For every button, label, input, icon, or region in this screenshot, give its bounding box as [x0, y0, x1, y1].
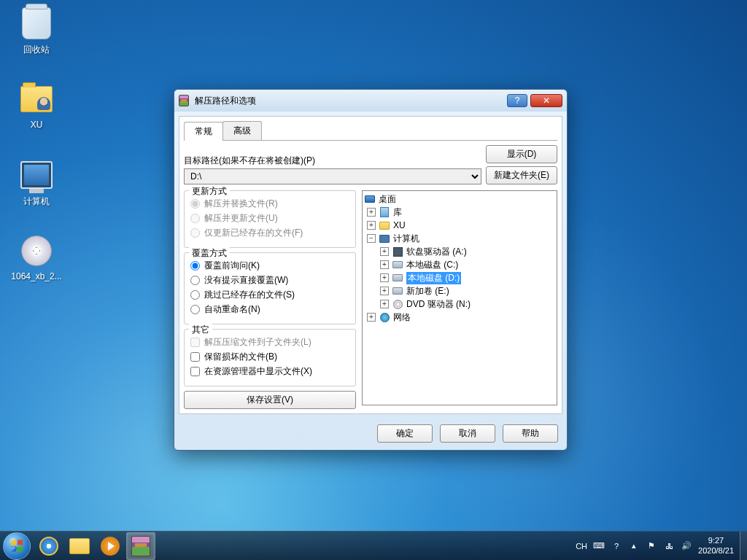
- titlebar[interactable]: 解压路径和选项 ? ✕: [174, 90, 567, 112]
- tab-general[interactable]: 常规: [184, 122, 223, 141]
- ime-options-icon[interactable]: ⌨: [593, 540, 605, 552]
- help-button[interactable]: ?: [507, 94, 527, 107]
- tree-node-library[interactable]: +库: [364, 206, 555, 219]
- new-folder-button[interactable]: 新建文件夹(E): [486, 166, 557, 184]
- radio-auto-rename[interactable]: 自动重命名(N): [190, 303, 349, 316]
- taskbar-winrar[interactable]: [126, 532, 155, 560]
- tree-node-desktop[interactable]: 桌面: [364, 192, 555, 206]
- radio-skip-existing[interactable]: 跳过已经存在的文件(S): [190, 289, 349, 301]
- tab-strip: 常规 高级: [184, 121, 557, 141]
- update-mode-group: 更新方式 解压并替换文件(R) 解压并更新文件(U) 仅更新已经存在的文件(F): [184, 190, 356, 248]
- tree-node-drive-e[interactable]: +新加卷 (E:): [364, 284, 555, 298]
- dvd-icon: [392, 298, 403, 310]
- computer-icon: [19, 158, 54, 192]
- expand-icon[interactable]: +: [367, 221, 376, 230]
- desktop-icon-recycle[interactable]: 回收站: [9, 6, 64, 56]
- group-title: 更新方式: [189, 185, 230, 198]
- save-settings-button[interactable]: 保存设置(V): [184, 391, 356, 409]
- taskbar: CH ⌨ ? ▴ ⚑ 🖧 🔊 9:27 2020/8/21: [0, 531, 747, 560]
- icon-label: 计算机: [9, 195, 64, 208]
- dialog-title: 解压路径和选项: [195, 95, 507, 107]
- taskbar-clock[interactable]: 9:27 2020/8/21: [698, 536, 734, 555]
- floppy-icon: [392, 246, 403, 257]
- dialog-body: 常规 高级 目标路径(如果不存在将被创建)(P) D:\ 显示(D) 新建文件夹…: [179, 116, 562, 414]
- check-keep-broken[interactable]: 保留损坏的文件(B): [190, 351, 349, 363]
- library-icon: [379, 206, 390, 218]
- network-icon: [379, 311, 390, 323]
- cancel-button[interactable]: 取消: [440, 424, 495, 443]
- expand-icon[interactable]: +: [380, 273, 389, 282]
- radio-update-existing[interactable]: 仅更新已经存在的文件(F): [190, 227, 349, 239]
- expand-icon[interactable]: +: [380, 260, 389, 269]
- tree-node-network[interactable]: +网络: [364, 311, 555, 324]
- expand-icon[interactable]: +: [367, 313, 376, 322]
- disc-icon: [19, 233, 54, 268]
- path-combobox[interactable]: D:\: [184, 168, 481, 184]
- overwrite-mode-group: 覆盖方式 覆盖前询问(K) 没有提示直接覆盖(W) 跳过已经存在的文件(S) 自…: [184, 252, 356, 324]
- icon-label: 1064_xb_2...: [9, 271, 64, 281]
- tree-node-dvd[interactable]: +DVD 驱动器 (N:): [364, 298, 555, 311]
- expand-icon[interactable]: +: [367, 208, 376, 217]
- expand-icon[interactable]: +: [380, 247, 389, 256]
- user-folder-icon: [19, 82, 54, 117]
- desktop-icon-computer[interactable]: 计算机: [9, 158, 64, 208]
- radio-extract-update[interactable]: 解压并更新文件(U): [190, 212, 349, 225]
- tree-node-drive-c[interactable]: +本地磁盘 (C:): [364, 258, 555, 271]
- winrar-icon: [179, 95, 190, 106]
- path-label: 目标路径(如果不存在将被创建)(P): [184, 155, 481, 167]
- tray-chevron-icon[interactable]: ▴: [628, 540, 640, 552]
- network-icon[interactable]: 🖧: [663, 540, 675, 552]
- folder-icon: [379, 219, 390, 231]
- tab-advanced[interactable]: 高级: [222, 121, 262, 140]
- extract-dialog: 解压路径和选项 ? ✕ 常规 高级 目标路径(如果不存在将被创建)(P) D:\…: [174, 89, 568, 451]
- system-tray: CH ⌨ ? ▴ ⚑ 🖧 🔊 9:27 2020/8/21: [570, 532, 740, 560]
- display-button[interactable]: 显示(D): [486, 145, 557, 163]
- collapse-icon[interactable]: −: [367, 234, 376, 243]
- volume-icon[interactable]: 🔊: [681, 540, 692, 552]
- explorer-icon: [69, 538, 90, 554]
- desktop-icon: [364, 193, 376, 205]
- icon-label: 回收站: [9, 44, 64, 56]
- computer-icon: [379, 233, 390, 244]
- close-button[interactable]: ✕: [530, 94, 562, 107]
- clock-date: 2020/8/21: [698, 546, 734, 556]
- show-desktop-button[interactable]: [740, 532, 747, 561]
- clock-time: 9:27: [698, 536, 734, 545]
- desktop-icon-iso[interactable]: 1064_xb_2...: [9, 233, 64, 281]
- tree-node-floppy[interactable]: +软盘驱动器 (A:): [364, 245, 555, 258]
- drive-icon: [392, 285, 403, 297]
- dialog-footer: 确定 取消 帮助: [174, 419, 567, 450]
- folder-tree[interactable]: 桌面 +库 +XU −计算机 +软盘驱动器 (A:) +本地磁盘 (C:) +本…: [362, 190, 557, 405]
- tree-node-computer[interactable]: −计算机: [364, 232, 555, 245]
- taskbar-ie[interactable]: [34, 532, 63, 560]
- misc-group: 其它 解压压缩文件到子文件夹(L) 保留损坏的文件(B) 在资源管理器中显示文件…: [184, 329, 356, 386]
- help-tray-icon[interactable]: ?: [611, 540, 622, 552]
- drive-icon: [392, 259, 403, 271]
- start-button[interactable]: [3, 532, 31, 560]
- ime-indicator[interactable]: CH: [576, 542, 587, 551]
- taskbar-explorer[interactable]: [65, 532, 94, 560]
- help-button[interactable]: 帮助: [503, 424, 558, 443]
- check-show-explorer[interactable]: 在资源管理器中显示文件(X): [190, 365, 349, 378]
- tree-node-xu[interactable]: +XU: [364, 219, 555, 232]
- recycle-bin-icon: [19, 6, 54, 41]
- desktop-icon-xu[interactable]: XU: [9, 82, 64, 130]
- expand-icon[interactable]: +: [380, 287, 389, 295]
- taskbar-wmp[interactable]: [96, 532, 125, 560]
- ok-button[interactable]: 确定: [377, 424, 433, 443]
- check-subfolder[interactable]: 解压压缩文件到子文件夹(L): [190, 336, 349, 349]
- winrar-icon: [131, 536, 150, 556]
- expand-icon[interactable]: +: [380, 300, 389, 308]
- radio-overwrite-silent[interactable]: 没有提示直接覆盖(W): [190, 274, 349, 287]
- action-center-icon[interactable]: ⚑: [646, 540, 657, 552]
- icon-label: XU: [9, 120, 64, 130]
- group-title: 覆盖方式: [189, 247, 230, 260]
- tree-node-drive-d[interactable]: +本地磁盘 (D:): [364, 271, 555, 284]
- ie-icon: [39, 537, 58, 556]
- group-title: 其它: [189, 324, 212, 336]
- drive-icon: [392, 272, 403, 284]
- wmp-icon: [101, 537, 120, 556]
- radio-ask-overwrite[interactable]: 覆盖前询问(K): [190, 260, 349, 272]
- radio-extract-replace[interactable]: 解压并替换文件(R): [190, 198, 349, 210]
